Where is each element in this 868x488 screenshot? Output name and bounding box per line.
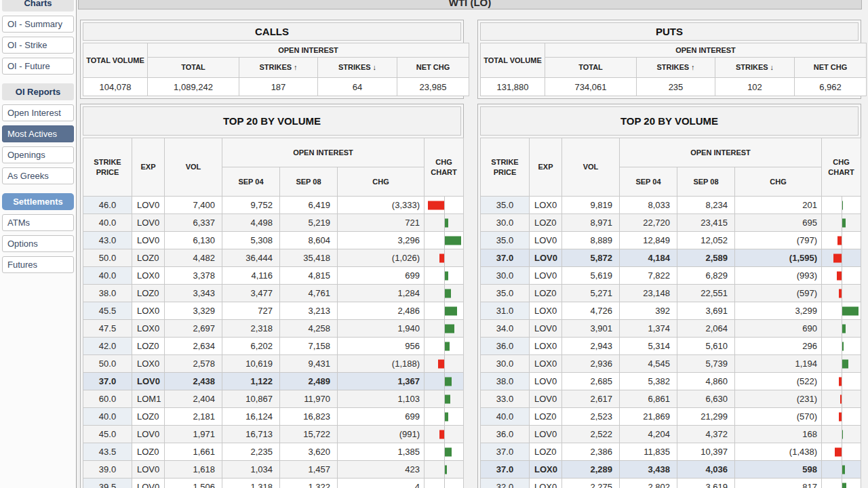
page-title: WTI (LO)	[449, 0, 491, 8]
oi-sep04-cell: 9,752	[222, 197, 280, 214]
vol-cell: 2,943	[562, 338, 620, 355]
table-row[interactable]: 45.0LOV01,97116,71315,722(991)	[83, 426, 464, 443]
table-row[interactable]: 40.0LOV06,3374,4985,219721	[83, 214, 464, 232]
table-row[interactable]: 60.0LOM12,40410,86711,9701,103	[83, 390, 464, 408]
sidebar-item-openings[interactable]: Openings	[2, 146, 74, 163]
table-row[interactable]: 39.0LOV01,6181,0341,457423	[83, 461, 464, 479]
table-row[interactable]: 40.0LOX03,3784,1164,815699	[83, 267, 464, 285]
chg-chart-cell	[822, 214, 861, 232]
oi-sep04-cell: 6,202	[222, 338, 280, 355]
sidebar-item-oi-strike[interactable]: OI - Strike	[2, 37, 74, 54]
sidebar-item-most-actives[interactable]: Most Actives	[2, 125, 74, 142]
vol-cell: 1,661	[165, 443, 222, 461]
oi-total-header: TOTAL	[148, 58, 239, 78]
table-row[interactable]: 30.0LOZ08,97122,72023,415695	[481, 214, 861, 232]
sidebar-item-as-greeks[interactable]: As Greeks	[2, 167, 74, 184]
vol-cell: 3,329	[165, 302, 222, 320]
table-row[interactable]: 37.0LOV02,4381,1222,4891,367	[83, 373, 464, 390]
table-row[interactable]: 35.0LOV08,88912,84912,052(797)	[481, 232, 861, 249]
table-row[interactable]: 30.0LOV05,6197,8226,829(993)	[481, 267, 861, 285]
table-row[interactable]: 36.0LOV02,5224,2044,372168	[481, 426, 861, 443]
table-row[interactable]: 46.0LOV07,4009,7526,419(3,333)	[83, 197, 464, 214]
exp-cell: LOX0	[132, 302, 165, 320]
exp-header: EXP	[530, 138, 562, 197]
vol-cell: 4,726	[562, 302, 620, 320]
table-row[interactable]: 38.0LOZ03,3433,4774,7611,284	[83, 285, 464, 302]
sidebar-item-options[interactable]: Options	[2, 235, 74, 252]
strike-cell: 45.5	[83, 302, 132, 320]
chg-cell: 1,385	[338, 443, 425, 461]
oi-sep08-cell: 3,213	[280, 302, 338, 320]
table-row[interactable]: 37.0LOV05,8724,1842,589(1,595)	[481, 249, 861, 267]
calls-total-volume-value: 104,078	[83, 78, 148, 96]
sidebar-item-oi-future[interactable]: OI - Future	[2, 58, 74, 75]
table-row[interactable]: 45.5LOX03,3297273,2132,486	[83, 302, 464, 320]
positive-change-bar	[445, 218, 448, 227]
sidebar-item-atms[interactable]: ATMs	[2, 214, 74, 231]
sidebar-item-futures[interactable]: Futures	[2, 256, 74, 273]
table-row[interactable]: 39.5LOV01,5061,3181,3224	[83, 479, 464, 488]
oi-sep08-cell: 6,829	[677, 267, 735, 285]
table-row[interactable]: 43.5LOZ01,6612,2353,6201,385	[83, 443, 464, 461]
positive-change-bar	[445, 412, 448, 421]
table-row[interactable]: 38.0LOV02,6855,3824,860(522)	[481, 373, 861, 390]
total-volume-header: TOTAL VOLUME	[83, 43, 148, 78]
chg-cell: (597)	[735, 285, 822, 302]
table-row[interactable]: 30.0LOX02,9364,5455,7391,194	[481, 355, 861, 373]
table-row[interactable]: 31.0LOX04,7263923,6913,299	[481, 302, 861, 320]
table-row[interactable]: 37.0LOZ02,38611,83510,397(1,438)	[481, 443, 861, 461]
table-row[interactable]: 40.0LOZ02,52321,86921,299(570)	[481, 408, 861, 426]
chg-cell: 699	[338, 408, 425, 426]
table-row[interactable]: 35.0LOZ05,27123,14822,551(597)	[481, 285, 861, 302]
positive-change-bar	[445, 271, 448, 280]
strike-cell: 37.0	[83, 373, 132, 390]
oi-sep08-cell: 1,457	[280, 461, 338, 479]
chg-cell: 3,296	[338, 232, 425, 249]
vol-cell: 3,343	[165, 285, 222, 302]
strike-cell: 30.0	[481, 214, 530, 232]
table-row[interactable]: 33.0LOV02,6176,8616,630(231)	[481, 390, 861, 408]
exp-cell: LOZ0	[530, 443, 562, 461]
table-row[interactable]: 40.0LOZ02,18116,12416,823699	[83, 408, 464, 426]
table-row[interactable]: 36.0LOX02,9435,3145,610296	[481, 338, 861, 355]
chg-chart-cell	[425, 338, 464, 355]
positive-change-bar	[445, 342, 450, 350]
vol-cell: 8,889	[562, 232, 620, 249]
chg-chart-cell	[425, 320, 464, 338]
table-row[interactable]: 50.0LOZ04,48236,44435,418(1,026)	[83, 249, 464, 267]
sidebar-section-header: OI Reports	[2, 83, 74, 100]
puts-strikes-down-value: 102	[715, 78, 795, 96]
exp-cell: LOX0	[132, 267, 165, 285]
vol-cell: 2,275	[562, 479, 620, 488]
chg-cell: 168	[735, 426, 822, 443]
calls-summary-panel: CALLS TOTAL VOLUME OPEN INTEREST TOTAL S…	[80, 20, 464, 99]
exp-cell: LOZ0	[132, 249, 165, 267]
sidebar-item-open-interest[interactable]: Open Interest	[2, 104, 74, 121]
strike-cell: 46.0	[83, 197, 132, 214]
table-row[interactable]: 32.0LOX02,2752,8023,619817	[481, 479, 861, 488]
positive-change-bar	[842, 430, 843, 439]
vol-cell: 2,181	[165, 408, 222, 426]
table-row[interactable]: 35.0LOX09,8198,0338,234201	[481, 197, 861, 214]
chg-cell: (1,026)	[338, 249, 425, 267]
calls-top20-title: TOP 20 BY VOLUME	[83, 106, 461, 136]
strikes-up-header: STRIKES ↑	[637, 58, 715, 78]
oi-sep04-cell: 7,822	[620, 267, 677, 285]
chg-cell: (797)	[735, 232, 822, 249]
chg-chart-cell	[822, 479, 861, 488]
sidebar-item-oi-summary[interactable]: OI - Summary	[2, 16, 74, 33]
table-row[interactable]: 34.0LOV03,9011,3742,064690	[481, 320, 861, 338]
table-row[interactable]: 42.0LOZ02,6346,2027,158956	[83, 338, 464, 355]
oi-sep04-cell: 2,318	[222, 320, 280, 338]
negative-change-bar	[839, 289, 842, 298]
chg-cell: (993)	[735, 267, 822, 285]
table-row[interactable]: 47.5LOX02,6972,3184,2581,940	[83, 320, 464, 338]
chg-chart-cell	[425, 285, 464, 302]
table-row[interactable]: 43.0LOV06,1305,3088,6043,296	[83, 232, 464, 249]
oi-sep08-cell: 5,739	[677, 355, 735, 373]
positive-change-bar	[445, 447, 452, 456]
positive-change-bar	[445, 377, 452, 386]
table-row[interactable]: 50.0LOX02,57810,6199,431(1,188)	[83, 355, 464, 373]
table-row[interactable]: 37.0LOX02,2893,4384,036598	[481, 461, 861, 479]
chg-cell: 423	[338, 461, 425, 479]
